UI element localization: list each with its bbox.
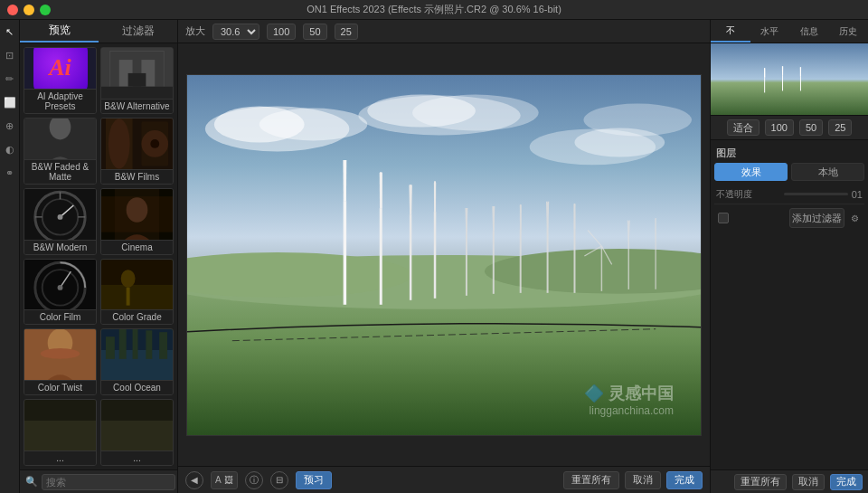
preset-cinema[interactable]: Cinema [100, 188, 174, 255]
opacity-row: 不透明度 01 [714, 185, 864, 204]
fit-controls: 适合 100 50 25 [711, 116, 868, 140]
preset-label-bw-alt: B&W Alternative [101, 99, 173, 113]
tab-preview[interactable]: 预览 [20, 20, 99, 43]
nav-prev-icon[interactable]: ◀ [185, 471, 203, 489]
svg-rect-5 [101, 87, 173, 99]
preset-label-more2: ... [101, 450, 173, 465]
preset-label-ai: AI Adaptive Presets [24, 89, 96, 113]
preset-color-film[interactable]: Color Film [24, 259, 97, 326]
tool-adjust[interactable]: ◐ [2, 141, 18, 157]
tool-clone[interactable]: ⊕ [2, 118, 18, 134]
maximize-button[interactable] [40, 5, 51, 15]
layer-tab-local[interactable]: 本地 [791, 163, 864, 181]
tab-filter[interactable]: 过滤器 [99, 20, 177, 43]
fit-25-btn[interactable]: 25 [335, 24, 358, 40]
window-controls [7, 5, 51, 15]
svg-rect-49 [101, 421, 173, 450]
layer-tabs: 效果 本地 [714, 163, 864, 181]
tab-info[interactable]: 信息 [789, 20, 829, 43]
tool-brush[interactable]: ✏ [2, 71, 18, 87]
right-panel: 不 水平 信息 历史 [710, 20, 868, 493]
preset-label-cool-ocean: Cool Ocean [101, 380, 173, 394]
preset-panel: 预览 过滤器 Ai AI Adaptive Presets [20, 20, 178, 493]
svg-point-56 [412, 94, 539, 130]
tool-cursor[interactable]: ↖ [2, 24, 18, 40]
cancel-btn-right[interactable]: 取消 [792, 474, 825, 490]
preset-label-more1: ... [24, 450, 96, 465]
svg-rect-43 [146, 331, 152, 360]
bottom-strip: ◀ A 🖼 ⓘ ⊟ 预习 重置所有 取消 完成 [178, 466, 710, 493]
image-canvas: 🔷 灵感中国 lingganchina.com [178, 43, 710, 466]
preset-bw-modern[interactable]: B&W Modern [24, 188, 97, 255]
right-tabs: 不 水平 信息 历史 [711, 20, 868, 43]
tool-crop[interactable]: ⊡ [2, 47, 18, 63]
svg-point-31 [58, 284, 63, 289]
cancel-btn[interactable]: 取消 [625, 471, 661, 489]
svg-rect-26 [115, 189, 159, 240]
preset-thumb-bw-alt [101, 48, 173, 99]
fit-btn-50[interactable]: 50 [799, 119, 823, 136]
preset-bw-films[interactable]: B&W Films [100, 118, 174, 185]
compare-icon[interactable]: ⊟ [270, 471, 288, 489]
preset-thumb-bw-modern [24, 189, 96, 240]
svg-rect-47 [24, 421, 96, 450]
done-btn-right[interactable]: 完成 [830, 474, 863, 490]
right-bottom-bar: 重置所有 取消 完成 [711, 469, 868, 493]
info-icon[interactable]: ⓘ [245, 471, 263, 489]
add-filter-btn[interactable]: 添加过滤器 [789, 208, 844, 228]
tool-eraser[interactable]: ⬜ [2, 94, 18, 110]
search-input[interactable] [42, 474, 175, 490]
svg-rect-42 [133, 329, 138, 359]
tool-mask[interactable]: ⚭ [2, 165, 18, 181]
preset-bw-faded[interactable]: B&W Faded & Matte [24, 118, 97, 185]
titlebar: ON1 Effects 2023 (Effects 示例照片.CR2 @ 30.… [0, 0, 868, 20]
svg-point-10 [108, 119, 130, 168]
fit-50-btn[interactable]: 50 [303, 24, 326, 40]
svg-rect-33 [101, 284, 173, 309]
filter-checkbox[interactable] [718, 213, 729, 223]
tab-history[interactable]: 历史 [829, 20, 869, 43]
preset-thumb-more2 [101, 400, 173, 450]
preset-ai-adaptive[interactable]: Ai AI Adaptive Presets [24, 47, 97, 114]
minimize-button[interactable] [24, 5, 34, 15]
svg-point-13 [150, 139, 159, 148]
preset-tabs: 预览 过滤器 [20, 20, 177, 43]
search-icon: 🔍 [25, 476, 38, 488]
preset-color-grade[interactable]: Color Grade [100, 259, 174, 326]
preset-search-bar: 🔍 [20, 469, 177, 493]
reset-all-btn-right[interactable]: 重置所有 [734, 474, 787, 490]
bottom-left-controls: ◀ A 🖼 ⓘ ⊟ 预习 [185, 471, 332, 489]
preset-thumb-bw-films [101, 119, 173, 169]
preset-bw-alt[interactable]: B&W Alternative [100, 47, 174, 114]
tab-no[interactable]: 不 [711, 20, 750, 43]
preset-color-twist[interactable]: Color Twist [24, 328, 97, 395]
reset-all-btn[interactable]: 重置所有 [563, 471, 619, 489]
fit-100-btn[interactable]: 100 [267, 24, 296, 40]
opacity-label: 不透明度 [716, 188, 780, 201]
fit-btn-100[interactable]: 100 [765, 119, 794, 136]
main-photo: 🔷 灵感中国 lingganchina.com [186, 74, 702, 436]
layer-tab-effect[interactable]: 效果 [714, 163, 788, 181]
preview-btn[interactable]: 预习 [296, 471, 332, 489]
done-btn[interactable]: 完成 [666, 471, 703, 489]
preset-label-bw-faded: B&W Faded & Matte [24, 159, 96, 184]
window-title: ON1 Effects 2023 (Effects 示例照片.CR2 @ 30.… [307, 3, 561, 16]
preset-more2[interactable]: ... [100, 399, 174, 466]
zoom-select[interactable]: 30.6 50 75 100 [212, 24, 259, 40]
svg-point-21 [58, 214, 63, 220]
fit-btn-25[interactable]: 25 [828, 119, 852, 136]
opacity-slider[interactable] [784, 193, 848, 195]
bottom-right-controls: 重置所有 取消 完成 [563, 471, 703, 489]
opacity-value: 01 [852, 189, 863, 200]
add-filter-row: 添加过滤器 ⚙ [714, 204, 864, 232]
preset-label-color-film: Color Film [24, 309, 96, 324]
preset-cool-ocean[interactable]: Cool Ocean [100, 328, 174, 395]
close-button[interactable] [7, 5, 18, 15]
filter-settings-icon[interactable]: ⚙ [848, 212, 861, 224]
fit-btn-adaptive[interactable]: 适合 [727, 119, 760, 136]
preset-label-bw-films: B&W Films [101, 169, 173, 184]
svg-rect-35 [127, 287, 130, 305]
preset-more1[interactable]: ... [24, 399, 97, 466]
tab-horizontal[interactable]: 水平 [750, 20, 790, 43]
top-toolbar: 放大 30.6 50 75 100 100 50 25 [178, 20, 710, 43]
